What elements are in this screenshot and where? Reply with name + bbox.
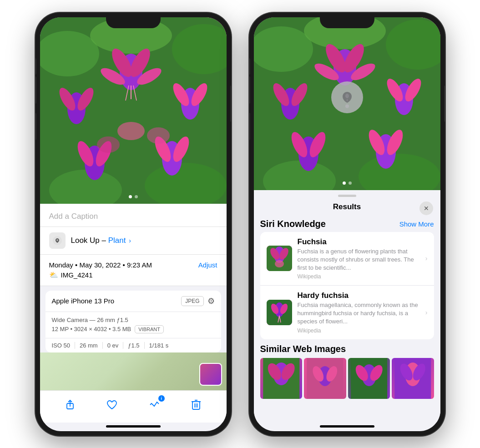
svg-point-56 [402, 76, 424, 103]
right-photo-image[interactable] [254, 17, 440, 190]
svg-point-1 [40, 31, 99, 76]
svg-point-53 [288, 81, 310, 108]
lookup-label: Look Up – Plant › [71, 236, 131, 245]
volume-up-button[interactable] [35, 76, 36, 104]
svg-point-47 [322, 41, 349, 76]
svg-point-27 [97, 136, 120, 153]
similar-image-2[interactable] [304, 358, 346, 399]
mute-button-right[interactable] [249, 58, 250, 75]
info-badge: i [158, 395, 165, 402]
svg-point-5 [145, 163, 227, 204]
similar-images-title: Similar Web Images [260, 344, 434, 354]
show-more-button[interactable]: Show More [399, 220, 434, 228]
svg-point-14 [181, 88, 199, 120]
results-panel: Results ✕ Siri Knowledge Show More [254, 190, 440, 423]
svg-point-19 [92, 139, 115, 168]
svg-point-8 [126, 45, 154, 80]
svg-point-21 [152, 134, 174, 164]
volume-up-right[interactable] [249, 76, 250, 104]
ev-value: 0 ev [103, 342, 124, 349]
volume-down-button[interactable] [35, 113, 36, 140]
delete-button[interactable] [187, 396, 205, 413]
svg-point-7 [108, 45, 136, 80]
hardy-fuchsia-description: Fuchsia magellanica, commonly known as t… [298, 301, 420, 326]
svg-point-10 [135, 65, 164, 88]
right-phone-screen: Results ✕ Siri Knowledge Show More [254, 17, 440, 431]
exif-row: ISO 50 26 mm 0 ev ƒ1.5 1/181 s [45, 338, 221, 352]
power-button-right[interactable] [444, 86, 445, 122]
knowledge-card: Fuchsia Fuchsia is a genus of flowering … [260, 232, 434, 339]
camera-info: Wide Camera — 26 mm ƒ1.5 [52, 317, 215, 323]
svg-point-60 [376, 134, 396, 169]
photo-dots [129, 195, 138, 198]
svg-point-61 [365, 127, 388, 157]
hardy-fuchsia-content: Hardy fuchsia Fuchsia magellanica, commo… [298, 291, 420, 334]
caption-placeholder[interactable]: Add a Caption [49, 212, 98, 221]
jpeg-badge: JPEG [181, 296, 203, 306]
bottom-toolbar: i [40, 390, 227, 423]
svg-point-51 [281, 88, 299, 120]
favorite-button[interactable] [103, 396, 121, 413]
settings-icon[interactable]: ⚙ [207, 296, 215, 306]
share-button[interactable] [61, 396, 79, 413]
home-indicator [106, 425, 161, 428]
lookup-row[interactable]: Look Up – Plant › [40, 227, 227, 255]
svg-point-13 [74, 85, 96, 112]
siri-knowledge-header: Siri Knowledge Show More [260, 215, 434, 232]
knowledge-item-fuchsia[interactable]: Fuchsia Fuchsia is a genus of flowering … [260, 232, 434, 286]
svg-point-26 [117, 122, 145, 140]
mute-button[interactable] [35, 58, 36, 75]
right-photo-dots [343, 181, 352, 185]
hardy-fuchsia-thumbnail [267, 300, 292, 325]
svg-point-50 [349, 60, 378, 83]
similar-image-3[interactable] [348, 358, 390, 399]
camera-details: Wide Camera — 26 mm ƒ1.5 12 MP • 3024 × … [45, 312, 221, 338]
caption-area[interactable]: Add a Caption [40, 204, 227, 227]
focal-value: 26 mm [75, 342, 103, 349]
notch-right [320, 13, 374, 28]
photo-image[interactable] [40, 17, 227, 204]
svg-point-55 [384, 76, 406, 103]
siri-visual-search-circle[interactable] [331, 81, 363, 113]
adjust-button[interactable]: Adjust [198, 261, 217, 269]
power-button[interactable] [230, 86, 231, 122]
fuchsia-name: Fuchsia [298, 237, 420, 247]
device-section: Apple iPhone 13 Pro JPEG ⚙ Wide Camera —… [45, 291, 221, 352]
filename-text: IMG_4241 [61, 271, 93, 279]
svg-point-46 [333, 49, 356, 86]
siri-knowledge-section: Siri Knowledge Show More [254, 215, 440, 339]
format-badges: JPEG ⚙ [181, 296, 214, 306]
knowledge-item-hardy-fuchsia[interactable]: Hardy fuchsia Fuchsia magellanica, commo… [260, 286, 434, 339]
device-name: Apple iPhone 13 Pro [52, 297, 115, 305]
home-indicator-right [320, 425, 374, 428]
map-thumbnail [199, 363, 222, 386]
info-button[interactable]: i [146, 396, 163, 413]
svg-point-54 [395, 83, 413, 115]
fuchsia-description: Fuchsia is a genus of flowering plants t… [298, 247, 420, 272]
svg-point-16 [188, 81, 210, 108]
results-header: Results ✕ [254, 197, 440, 215]
similar-image-4[interactable] [392, 358, 434, 399]
photo-info-section: Monday • May 30, 2022 • 9:23 AM Adjust ⛅… [40, 255, 227, 286]
shutter-value: 1/181 s [145, 342, 173, 349]
siri-knowledge-title: Siri Knowledge [260, 219, 326, 229]
map-section[interactable] [40, 352, 227, 390]
svg-point-43 [386, 20, 440, 70]
svg-line-25 [133, 86, 136, 101]
volume-down-right[interactable] [249, 113, 250, 140]
resolution-text: 12 MP • 3024 × 4032 • 3.5 MB [52, 326, 131, 332]
similar-image-1[interactable] [260, 358, 303, 399]
svg-point-59 [306, 130, 328, 159]
vibrant-badge: VIBRANT [135, 325, 164, 333]
date-text: Monday • May 30, 2022 • 9:23 AM [49, 261, 152, 269]
similar-images-section: Similar Web Images [254, 339, 440, 399]
svg-point-69 [275, 260, 284, 267]
notch [106, 13, 161, 28]
similar-images-grid [260, 358, 434, 399]
left-phone: Add a Caption Look Up – Plant › [35, 13, 231, 436]
svg-point-12 [56, 85, 78, 112]
iso-value: ISO 50 [52, 342, 75, 349]
fuchsia-content: Fuchsia Fuchsia is a genus of flowering … [298, 237, 420, 280]
close-button[interactable]: ✕ [419, 201, 433, 215]
svg-point-6 [120, 54, 142, 90]
